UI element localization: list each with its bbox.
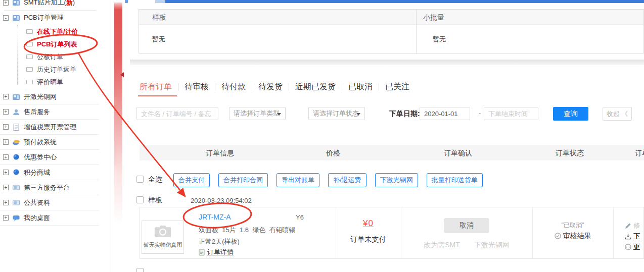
batch-print-delivery-button[interactable]: 批量打印送货单 — [427, 173, 483, 187]
service-icon — [12, 108, 20, 116]
sidebar-item-public-board[interactable]: 公板订单 — [0, 50, 113, 63]
query-button[interactable]: 查询 — [553, 107, 588, 121]
group-checkbox[interactable] — [136, 196, 144, 203]
order-stencil-link[interactable]: 下激光钢网 — [474, 241, 510, 250]
order-summary-card: 样板 小批量 暂无 暂无 — [139, 9, 644, 53]
select-all-checkbox[interactable] — [136, 176, 144, 183]
order-tag: Y6 — [296, 213, 304, 221]
date-from-input[interactable] — [420, 107, 470, 120]
cancel-order-button[interactable]: 取消 — [444, 218, 489, 233]
tab-pending-payment[interactable]: 待付款 — [215, 82, 252, 92]
order-status-select[interactable]: 请选择订单状态 — [308, 107, 365, 120]
expander-icon[interactable]: + — [3, 200, 9, 205]
sidebar-item-public-data[interactable]: + 公共资料 — [0, 195, 99, 210]
sidebar-item-my-desktop[interactable]: + 我的桌面 — [0, 210, 99, 226]
expander-icon[interactable]: + — [3, 0, 9, 6]
sidebar-item-coupon-center[interactable]: + 优惠券中心 — [0, 150, 99, 165]
sidebar-item-history-reorder[interactable]: 历史订单返单 — [0, 63, 113, 76]
topbar-fragment — [165, 0, 644, 3]
sidebar-item-smt[interactable]: + SMT贴片加工(新) — [0, 0, 113, 9]
sidebar-item-stencil[interactable]: + 开激光钢网 — [0, 89, 99, 104]
order-list-panel: 所有订单 待审核 待付款 待发货 近期已发货 已取消 已关注 请选择订单类型 请… — [130, 65, 644, 272]
order-date-label: 下单日期: — [389, 110, 420, 119]
sidebar-collapse-arrow-icon[interactable] — [120, 72, 124, 77]
tab-recently-shipped[interactable]: 近期已发货 — [289, 82, 342, 92]
sidebar-bottom-list: + 开激光钢网 + 售后服务 + 增值税票开票管理 + 预付款系统 + 优惠券中… — [0, 89, 99, 226]
sidebar-item-review[interactable]: 评价晒单 — [0, 76, 113, 88]
leaf-icon — [26, 42, 33, 46]
no-image-text: 暂无实物仿真图 — [142, 241, 183, 249]
order-price[interactable]: ¥0 — [336, 219, 401, 229]
sidebar-item-prepay[interactable]: + 预付款系统 — [0, 135, 99, 150]
date-to-input[interactable] — [484, 107, 538, 120]
divider — [4, 10, 96, 11]
more-actions[interactable]: 更 — [625, 242, 640, 251]
sidebar: + SMT贴片加工(新) - PCB订单管理 在线下单/计价 PCB订单列表 公… — [0, 0, 125, 272]
export-statement-button[interactable]: 导出对账单 — [277, 173, 319, 187]
pencil-icon — [625, 223, 631, 229]
order-status-tabs: 所有订单 待审核 待付款 待发货 近期已发货 已取消 已关注 — [137, 81, 416, 93]
sidebar-item-after-sales[interactable]: + 售后服务 — [0, 104, 99, 120]
order-pay-status: 订单未支付 — [336, 235, 401, 244]
expander-icon[interactable]: + — [3, 185, 9, 190]
sidebar-item-pcb-orders[interactable]: - PCB订单管理 — [0, 11, 113, 24]
smt-icon — [12, 0, 20, 7]
expander-icon[interactable]: + — [3, 109, 9, 115]
expander-icon[interactable]: + — [3, 154, 9, 160]
sidebar-border — [113, 0, 113, 272]
order-secondary-links: 改为需SMT 下激光钢网 — [401, 241, 532, 250]
sample-card-title: 样板 — [152, 13, 166, 22]
divider — [336, 207, 336, 258]
review-result-link[interactable]: 审核结果 — [532, 232, 613, 241]
expander-icon[interactable]: + — [3, 139, 9, 145]
sidebar-item-vat-invoice[interactable]: + 增值税票开票管理 — [0, 120, 99, 135]
sidebar-item-points-mall[interactable]: + 积分商城 — [0, 165, 99, 180]
collapse-expander-icon[interactable]: - — [3, 15, 9, 21]
order-specs: 双面板 15片 1.6 绿色 有铅喷锡 — [199, 226, 295, 235]
date-range-separator: - — [479, 110, 481, 117]
order-status-text: "已取消" — [532, 221, 613, 230]
expander-icon[interactable]: + — [3, 215, 9, 221]
order-detail-link[interactable]: 订单详情 — [199, 248, 234, 257]
order-stencil-button[interactable]: 下激光钢网 — [375, 173, 418, 187]
expander-icon[interactable]: + — [3, 94, 9, 99]
leaf-icon — [26, 80, 33, 84]
order-code-link[interactable]: JRT-MZ-A — [199, 213, 231, 221]
order-row: 暂无实物仿真图 JRT-MZ-A Y6 双面板 15片 1.6 绿色 有铅喷锡 … — [140, 207, 644, 259]
next-group-checkbox[interactable] — [136, 268, 144, 272]
col-order-actions: 订单操作 — [635, 149, 644, 158]
freight-adjust-button[interactable]: 补/退运费 — [328, 173, 366, 187]
sidebar-item-online-order[interactable]: 在线下单/计价 — [0, 25, 113, 38]
change-to-smt-link[interactable]: 改为需SMT — [424, 241, 460, 250]
download-icon — [625, 233, 631, 240]
chevron-down-icon — [277, 113, 281, 116]
bulk-action-bar: 合并支付 合并打印合同 导出对账单 补/退运费 下激光钢网 批量打印送货单 — [173, 173, 483, 187]
leaf-icon — [26, 55, 33, 59]
check-circle-icon — [555, 233, 561, 239]
search-input[interactable] — [136, 107, 218, 120]
collapse-filters-button[interactable]: 收起 《 — [603, 107, 632, 121]
camera-icon — [154, 225, 171, 238]
tab-followed[interactable]: 已关注 — [379, 82, 416, 92]
new-badge: 新 — [66, 0, 73, 6]
download-action[interactable]: 下 — [625, 232, 640, 241]
tab-all-orders[interactable]: 所有订单 — [137, 82, 178, 92]
expander-icon[interactable]: + — [3, 124, 9, 130]
chevron-down-icon — [356, 113, 360, 116]
tab-pending-shipment[interactable]: 待发货 — [252, 82, 289, 92]
desktop-icon — [12, 214, 20, 222]
sidebar-item-pcb-order-list[interactable]: PCB订单列表 — [0, 38, 113, 50]
group-datetime: 2020-03-23 09:54:02 — [191, 197, 252, 204]
order-type-select[interactable]: 请选择订单类型 — [229, 107, 286, 120]
tab-cancelled[interactable]: 已取消 — [342, 82, 379, 92]
expander-icon[interactable]: + — [3, 170, 9, 175]
thirdparty-icon — [12, 184, 20, 192]
merge-print-contract-button[interactable]: 合并打印合同 — [218, 173, 268, 187]
sidebar-item-third-party[interactable]: + 第三方服务平台 — [0, 180, 99, 195]
merge-pay-button[interactable]: 合并支付 — [173, 173, 210, 187]
table-header: 订单信息 价格 订单确认 订单状态 订单操作 — [140, 145, 644, 160]
more-circle-icon — [625, 244, 631, 250]
edit-order-action[interactable]: 修 — [625, 221, 640, 230]
tab-pending-review[interactable]: 待审核 — [178, 82, 215, 92]
batch-card-title: 小批量 — [423, 13, 444, 22]
